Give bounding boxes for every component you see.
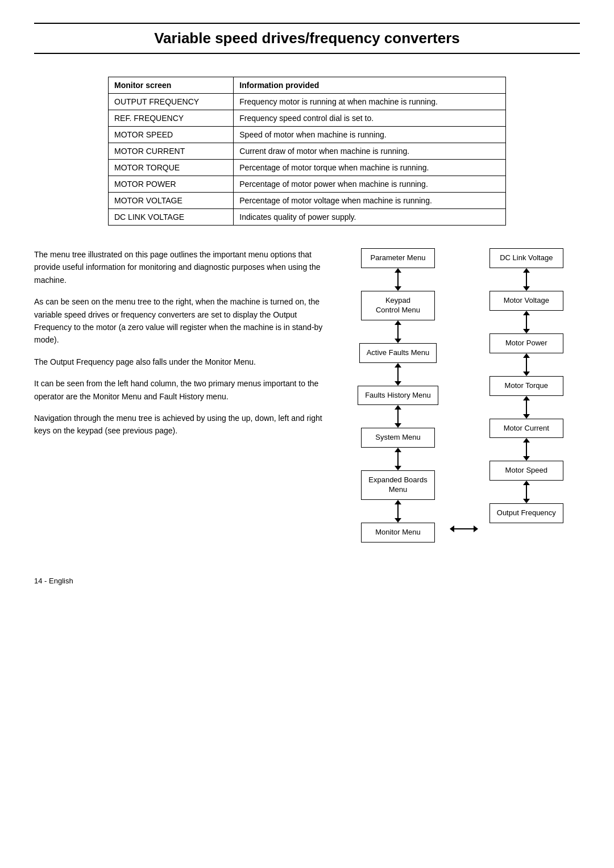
info-cell: Percentage of motor power when machine i… bbox=[234, 176, 506, 193]
system-menu-box: System Menu bbox=[361, 428, 435, 448]
r-arrow-1 bbox=[523, 268, 530, 291]
col-header-monitor: Monitor screen bbox=[109, 77, 234, 94]
arrow-4 bbox=[395, 405, 401, 428]
motor-current-box: Motor Current bbox=[489, 419, 563, 439]
info-cell: Current draw of motor when machine is ru… bbox=[234, 143, 506, 160]
text-paragraph: It can be seen from the left hand column… bbox=[34, 377, 324, 403]
motor-torque-box: Motor Torque bbox=[489, 376, 563, 396]
arrow-6 bbox=[395, 500, 401, 523]
monitor-screen-cell: DC LINK VOLTAGE bbox=[109, 209, 234, 226]
monitor-screen-cell: REF. FREQUENCY bbox=[109, 110, 234, 127]
info-cell: Percentage of motor voltage when machine… bbox=[234, 193, 506, 209]
monitor-screen-cell: OUTPUT FREQUENCY bbox=[109, 94, 234, 110]
monitor-screen-cell: MOTOR TORQUE bbox=[109, 160, 234, 176]
text-paragraph: As can be seen on the menu tree to the r… bbox=[34, 295, 324, 347]
r-arrow-3 bbox=[523, 353, 530, 376]
monitor-screen-cell: MOTOR SPEED bbox=[109, 127, 234, 143]
info-cell: Speed of motor when machine is running. bbox=[234, 127, 506, 143]
monitor-screen-cell: MOTOR POWER bbox=[109, 176, 234, 193]
active-faults-menu-box: Active Faults Menu bbox=[359, 343, 437, 363]
content-area: The menu tree illustrated on this page o… bbox=[34, 248, 580, 542]
param-menu-box: Parameter Menu bbox=[361, 248, 435, 268]
left-menu-col: Parameter Menu KeypadControl Menu bbox=[358, 248, 438, 542]
text-column: The menu tree illustrated on this page o… bbox=[34, 248, 324, 542]
motor-voltage-box: Motor Voltage bbox=[489, 291, 563, 311]
diagram-column: Parameter Menu KeypadControl Menu bbox=[341, 248, 580, 542]
monitor-table: Monitor screen Information provided OUTP… bbox=[108, 77, 506, 226]
monitor-screen-cell: MOTOR VOLTAGE bbox=[109, 193, 234, 209]
expanded-boards-menu-box: Expanded BoardsMenu bbox=[361, 470, 435, 500]
arrow-3 bbox=[395, 363, 401, 386]
monitor-menu-box: Monitor Menu bbox=[361, 523, 435, 542]
text-paragraph: Navigation through the menu tree is achi… bbox=[34, 412, 324, 437]
arrow-5 bbox=[395, 448, 401, 470]
right-menu-col: DC Link Voltage Motor Voltage bbox=[489, 248, 563, 542]
page-title: Variable speed drives/frequency converte… bbox=[34, 23, 580, 54]
diagram-container: Parameter Menu KeypadControl Menu bbox=[341, 248, 580, 542]
text-paragraph: The menu tree illustrated on this page o… bbox=[34, 248, 324, 286]
col-header-info: Information provided bbox=[234, 77, 506, 94]
bottom-note: 14 - English bbox=[34, 577, 580, 585]
r-arrow-2 bbox=[523, 311, 530, 333]
info-cell: Frequency speed control dial is set to. bbox=[234, 110, 506, 127]
r-arrow-5 bbox=[523, 438, 530, 461]
keypad-menu-box: KeypadControl Menu bbox=[361, 291, 435, 320]
info-cell: Percentage of motor torque when machine … bbox=[234, 160, 506, 176]
arrow-1 bbox=[395, 268, 401, 291]
output-freq-box: Output Frequency bbox=[489, 503, 563, 523]
motor-power-box: Motor Power bbox=[489, 333, 563, 353]
monitor-table-section: Monitor screen Information provided OUTP… bbox=[34, 77, 580, 226]
motor-speed-box: Motor Speed bbox=[489, 461, 563, 481]
r-arrow-4 bbox=[523, 396, 530, 419]
info-cell: Indicates quality of power supply. bbox=[234, 209, 506, 226]
arrow-2 bbox=[395, 320, 401, 343]
dc-link-voltage-box: DC Link Voltage bbox=[489, 248, 563, 268]
faults-history-menu-box: Faults History Menu bbox=[358, 386, 438, 406]
info-cell: Frequency motor is running at when machi… bbox=[234, 94, 506, 110]
text-paragraph: The Output Frequency page also falls und… bbox=[34, 356, 324, 368]
monitor-screen-cell: MOTOR CURRENT bbox=[109, 143, 234, 160]
r-arrow-6 bbox=[523, 481, 530, 503]
